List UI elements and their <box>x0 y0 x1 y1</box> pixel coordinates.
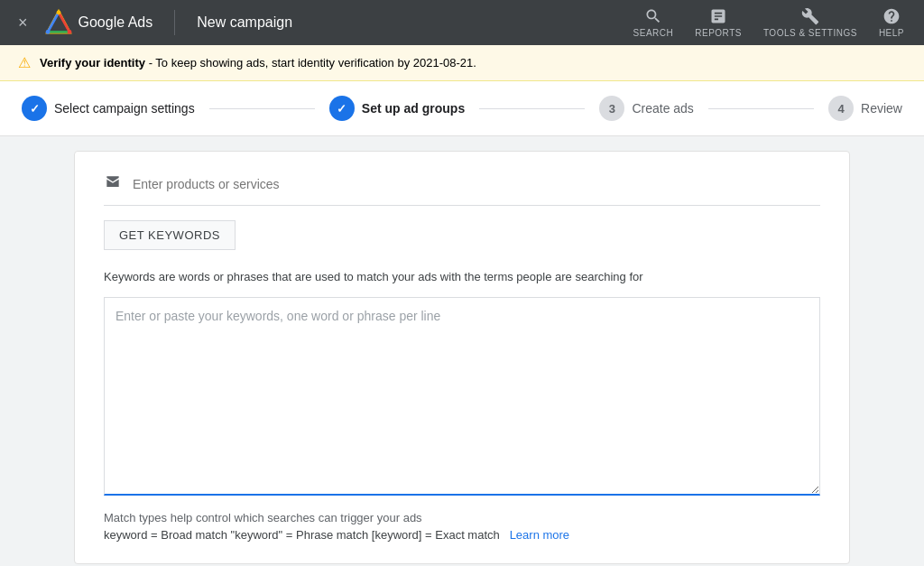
step-1-label: Select campaign settings <box>54 101 195 116</box>
nav-divider <box>174 10 175 35</box>
learn-more-link[interactable]: Learn more <box>510 528 569 542</box>
help-icon <box>882 7 901 25</box>
step-connector-2 <box>479 108 585 109</box>
store-icon <box>104 173 122 194</box>
step-3-circle: 3 <box>599 96 624 121</box>
match-types-info: Match types help control which searches … <box>104 511 820 542</box>
step-1: ✓ Select campaign settings <box>22 96 195 121</box>
tools-nav-label: TOOLS & SETTINGS <box>763 28 857 38</box>
verify-text: Verify your identity - To keep showing a… <box>40 56 476 70</box>
reports-icon <box>709 7 727 25</box>
step-3: 3 Create ads <box>599 96 693 121</box>
verify-message: - To keep showing ads, start identity ve… <box>145 56 476 70</box>
step-connector-3 <box>708 108 814 109</box>
help-nav-label: HELP <box>879 28 904 38</box>
campaign-title: New campaign <box>197 14 292 31</box>
nav-right: SEARCH REPORTS TOOLS & SETTINGS HELP <box>624 4 913 42</box>
content-card: GET KEYWORDS Keywords are words or phras… <box>74 151 850 564</box>
app-name-text: Google Ads <box>79 14 153 31</box>
main-content: GET KEYWORDS Keywords are words or phras… <box>0 136 924 566</box>
step-4: 4 Review <box>828 96 902 121</box>
help-nav-button[interactable]: HELP <box>870 4 913 42</box>
tools-icon <box>801 7 819 25</box>
warning-icon: ⚠ <box>18 54 31 71</box>
svg-point-4 <box>56 10 60 14</box>
step-2-circle: ✓ <box>329 96 355 121</box>
step-connector-1 <box>209 108 315 109</box>
verify-banner: ⚠ Verify your identity - To keep showing… <box>0 45 924 81</box>
steps-bar: ✓ Select campaign settings ✓ Set up ad g… <box>0 81 924 136</box>
search-nav-label: SEARCH <box>633 28 674 38</box>
svg-point-3 <box>67 30 71 34</box>
verify-title: Verify your identity <box>40 56 145 70</box>
step-4-circle: 4 <box>828 96 854 121</box>
search-icon <box>644 7 662 25</box>
keywords-description: Keywords are words or phrases that are u… <box>104 268 820 286</box>
get-keywords-button[interactable]: GET KEYWORDS <box>104 220 236 250</box>
step-3-label: Create ads <box>632 101 693 116</box>
top-nav: × Google Ads New campaign SEARC <box>0 0 924 45</box>
close-button[interactable]: × <box>11 10 35 36</box>
nav-left: × Google Ads New campaign <box>11 8 624 37</box>
match-types-text: keyword = Broad match "keyword" = Phrase… <box>104 528 500 542</box>
tools-nav-button[interactable]: TOOLS & SETTINGS <box>754 4 866 42</box>
search-nav-button[interactable]: SEARCH <box>624 4 683 42</box>
reports-nav-button[interactable]: REPORTS <box>686 4 751 42</box>
step-2-label: Set up ad groups <box>362 101 465 116</box>
reports-nav-label: REPORTS <box>695 28 742 38</box>
step-4-label: Review <box>861 101 902 116</box>
match-types-title: Match types help control which searches … <box>104 511 820 524</box>
keywords-textarea[interactable] <box>104 297 820 496</box>
google-ads-logo: Google Ads <box>44 8 153 37</box>
google-ads-logo-icon <box>44 8 73 37</box>
products-input-row <box>104 173 820 206</box>
products-input[interactable] <box>133 177 820 191</box>
step-2: ✓ Set up ad groups <box>329 96 465 121</box>
svg-point-2 <box>45 30 50 34</box>
match-types-detail: keyword = Broad match "keyword" = Phrase… <box>104 528 820 542</box>
step-1-circle: ✓ <box>22 96 47 121</box>
